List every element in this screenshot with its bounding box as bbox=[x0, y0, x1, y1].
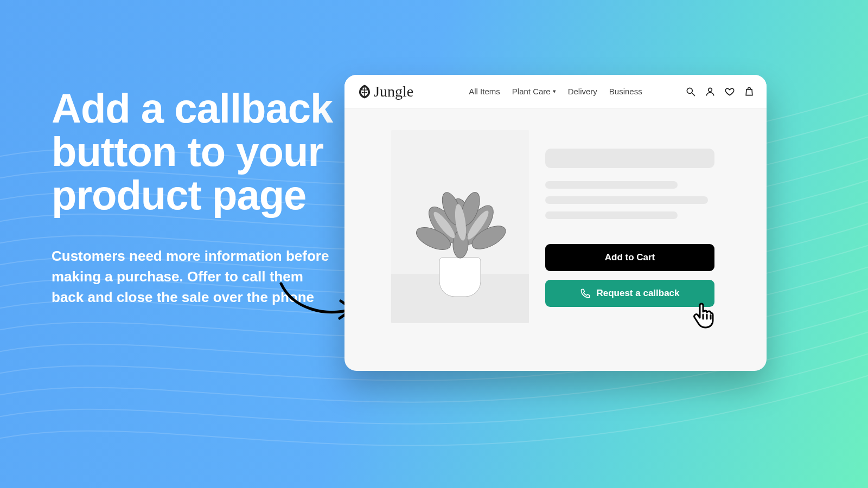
placeholder-title bbox=[545, 149, 714, 168]
user-icon[interactable] bbox=[705, 86, 716, 97]
nav-all-items[interactable]: All Items bbox=[469, 87, 500, 96]
chevron-down-icon: ▾ bbox=[553, 88, 556, 95]
store-brand[interactable]: Jungle bbox=[356, 83, 413, 100]
pointer-cursor-icon bbox=[692, 301, 718, 330]
nav-plant-care-label: Plant Care bbox=[512, 87, 551, 96]
svg-point-0 bbox=[687, 88, 692, 93]
nav-delivery[interactable]: Delivery bbox=[568, 87, 597, 96]
phone-icon bbox=[580, 288, 591, 299]
svg-point-2 bbox=[709, 88, 712, 92]
brand-name-text: Jungle bbox=[374, 83, 413, 100]
nav-business[interactable]: Business bbox=[609, 87, 642, 96]
add-to-cart-button[interactable]: Add to Cart bbox=[545, 244, 714, 271]
placeholder-line bbox=[545, 181, 678, 189]
heart-icon[interactable] bbox=[724, 86, 735, 97]
leaf-icon bbox=[356, 84, 373, 100]
store-nav: All Items Plant Care ▾ Delivery Business bbox=[469, 87, 642, 96]
placeholder-line bbox=[545, 196, 708, 204]
product-image bbox=[391, 130, 529, 323]
placeholder-line bbox=[545, 211, 678, 219]
nav-plant-care[interactable]: Plant Care ▾ bbox=[512, 87, 556, 96]
marketing-headline: Add a callback button to your product pa… bbox=[52, 87, 339, 216]
product-info: Add to Cart Request a callback bbox=[545, 130, 741, 323]
svg-line-1 bbox=[692, 93, 695, 95]
request-callback-button[interactable]: Request a callback bbox=[545, 280, 714, 307]
store-topbar: Jungle All Items Plant Care ▾ Delivery B… bbox=[344, 75, 767, 108]
add-to-cart-label: Add to Cart bbox=[605, 252, 655, 263]
search-icon[interactable] bbox=[685, 86, 696, 97]
bag-icon[interactable] bbox=[744, 86, 755, 97]
request-callback-label: Request a callback bbox=[596, 288, 679, 299]
